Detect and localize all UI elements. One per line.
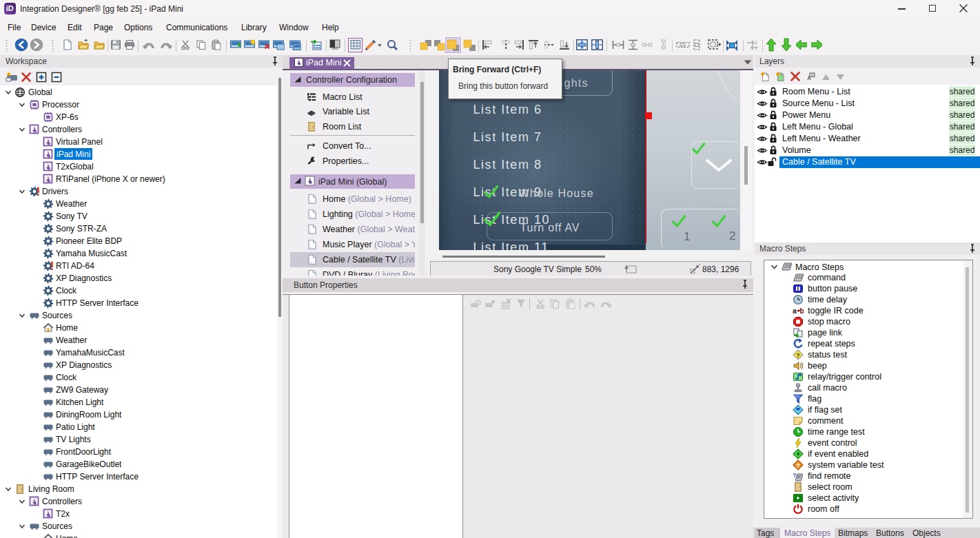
svg-text:b: b (800, 307, 804, 315)
svg-text:?: ? (796, 351, 800, 359)
svg-text:?: ? (796, 462, 800, 469)
svg-text:?: ? (793, 472, 797, 479)
svg-text:a: a (793, 307, 797, 315)
